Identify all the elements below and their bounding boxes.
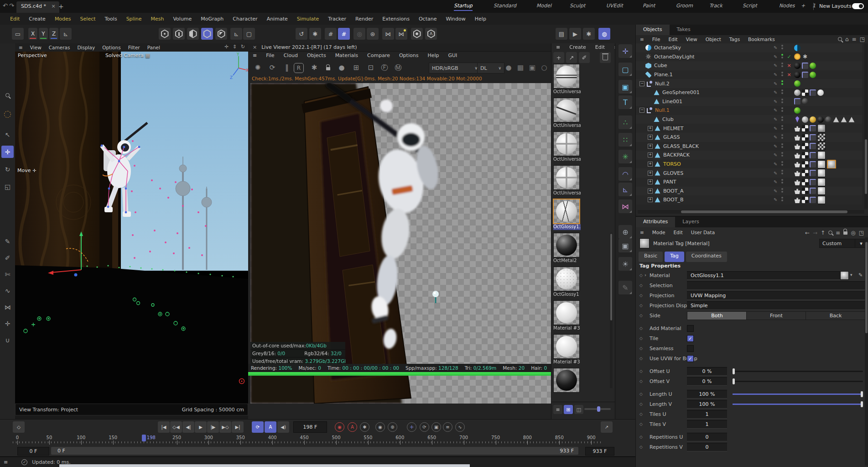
record-keyframe-button[interactable]: ◉ <box>335 422 344 432</box>
edit-enable-icon[interactable]: ✎ <box>774 152 777 157</box>
lv-menu-file[interactable]: File <box>261 52 279 58</box>
tree-row-geosphere001[interactable]: GeoSphere001✎ <box>636 88 862 97</box>
pla-button[interactable]: ∿ <box>455 422 465 432</box>
length-u-slider[interactable] <box>733 394 863 395</box>
tag-thumb2[interactable] <box>817 142 826 150</box>
autokey-button[interactable]: A <box>348 422 357 432</box>
tree-row-plane.1[interactable]: Plane.1✎× <box>636 70 862 79</box>
om-menu-file[interactable]: File <box>648 37 665 42</box>
visibility-dots[interactable] <box>781 143 784 149</box>
add-material-icon[interactable]: + <box>553 52 564 63</box>
sky-st-icon[interactable]: ⊕ <box>619 225 632 239</box>
expander-icon[interactable]: + <box>648 197 653 202</box>
layout-tab-nodes[interactable]: Nodes <box>779 3 795 9</box>
scale-tool-icon[interactable]: ◱ <box>1 180 14 193</box>
offset-u-value[interactable]: 0 % <box>687 367 727 376</box>
trash-icon[interactable] <box>600 52 611 63</box>
protect-pencil-icon[interactable]: ✎ <box>619 281 632 294</box>
offset-v-value[interactable]: 0 % <box>687 377 727 386</box>
object-tree-hscrollbar[interactable] <box>638 210 864 214</box>
capture-viewport-icon[interactable]: ▭ <box>12 28 24 40</box>
expander-icon[interactable]: + <box>648 135 653 140</box>
tag-lock[interactable] <box>794 134 800 141</box>
menu-edit[interactable]: Edit <box>5 16 24 22</box>
z-axis-button[interactable]: Z <box>49 28 58 40</box>
menu-tools[interactable]: Tools <box>100 16 122 22</box>
tag-thumb3[interactable] <box>817 169 826 177</box>
uturn-icon[interactable]: ↺ <box>296 28 307 40</box>
add-layout-button[interactable]: + <box>801 3 805 9</box>
tag-phong[interactable] <box>810 179 816 185</box>
rings-icon[interactable]: ◎ <box>353 28 365 40</box>
lock-resolution-icon[interactable] <box>322 62 334 73</box>
layout-tab-groom[interactable]: Groom <box>676 3 693 9</box>
material-item[interactable]: OctUniversa <box>553 165 581 196</box>
material-menu-edit[interactable]: Edit <box>591 44 609 50</box>
menu-render[interactable]: Render <box>351 16 378 22</box>
camera-label[interactable]: Solved Camera ▦ <box>105 52 150 58</box>
viewport-menu-display[interactable]: Display <box>73 45 99 50</box>
visibility-dots[interactable] <box>781 161 784 167</box>
menu-character[interactable]: Character <box>228 16 262 22</box>
tree-row-octanedaylight[interactable]: ☼OctaneDayLight✎✓✱ <box>636 52 862 62</box>
expand-icon[interactable]: › <box>645 273 646 278</box>
subtab-coordinates[interactable]: Coordinates <box>686 252 727 262</box>
mirror-icon[interactable]: ⋈ <box>619 199 632 213</box>
layout-tab-paint[interactable]: Paint <box>643 3 655 9</box>
tab-takes[interactable]: Takes <box>670 25 698 35</box>
menu-mograph[interactable]: MoGraph <box>196 16 228 22</box>
tag-phong[interactable] <box>810 170 816 176</box>
material-item[interactable]: OctGlossy1 <box>553 267 581 298</box>
restart-render-icon[interactable]: ⟳ <box>266 62 278 73</box>
tree-row-octanesky[interactable]: OctaneSky✎ <box>636 43 862 52</box>
tag-blackball[interactable] <box>794 63 800 69</box>
knife-tool-icon[interactable]: ✄ <box>1 268 14 280</box>
tag-tri[interactable] <box>833 116 839 123</box>
tag-greenball[interactable] <box>794 107 800 114</box>
visibility-dots[interactable] <box>781 99 784 104</box>
tag-ballgray[interactable] <box>802 116 808 123</box>
visibility-dots[interactable] <box>781 188 784 194</box>
viewport-menu-view[interactable]: View <box>26 45 45 50</box>
length-v-slider[interactable] <box>733 404 863 405</box>
select-arrow-icon[interactable]: ↖ <box>1 128 14 141</box>
attr-menu-user-data[interactable]: User Data <box>687 230 719 235</box>
generator-icon[interactable]: ✳ <box>619 150 632 163</box>
visibility-dots[interactable] <box>781 89 784 95</box>
tag-checker[interactable] <box>802 188 808 194</box>
menu-window[interactable]: Window <box>441 16 470 22</box>
layout-tab-standard[interactable]: Standard <box>494 3 516 9</box>
disabled-x-icon[interactable]: × <box>785 72 793 78</box>
filter-icon[interactable]: ≡ <box>836 230 840 236</box>
dolly-view-icon[interactable]: ⇕ <box>231 44 239 51</box>
coord-system-icon[interactable]: ⊾ <box>60 28 72 40</box>
axis-mode-icon[interactable] <box>215 28 227 40</box>
tag-skytag[interactable] <box>794 45 800 51</box>
edit-enable-icon[interactable]: ✎ <box>774 126 777 131</box>
tiles-u-field[interactable]: 1 <box>687 410 727 419</box>
menu-create[interactable]: Create <box>24 16 50 22</box>
octane-dialog-icon[interactable]: ◍ <box>598 28 610 40</box>
tag-checker[interactable] <box>802 170 808 176</box>
tag-thumb2[interactable] <box>817 133 826 142</box>
tag-thumb1[interactable] <box>817 124 826 132</box>
object-tree-vscrollbar[interactable] <box>864 43 868 209</box>
popout-icon[interactable]: ◳ <box>860 36 865 42</box>
lv-menu-cloud[interactable]: Cloud <box>279 52 302 58</box>
edit-enable-icon[interactable]: ✎ <box>774 135 777 140</box>
colorspace-dropdown[interactable]: HDR/sRGB∨ <box>429 63 481 73</box>
expander-icon[interactable]: − <box>639 108 645 113</box>
prev-frame-button[interactable]: ◀| <box>182 421 194 433</box>
tag-tri[interactable] <box>841 116 847 123</box>
projection-dropdown[interactable]: UVW Mapping▾ <box>687 291 868 300</box>
tag-thumb3[interactable] <box>817 178 826 186</box>
tag-greenball[interactable] <box>794 80 800 87</box>
light-st-icon[interactable]: ☀ <box>619 257 632 271</box>
tree-row-helmet[interactable]: +HELMET✎ <box>636 124 862 133</box>
material-size-slider[interactable] <box>584 408 611 410</box>
record-camera-button[interactable]: ▣ <box>431 422 441 432</box>
tag-thumb3[interactable] <box>817 151 826 159</box>
tag-gearS[interactable]: ✱ <box>802 53 808 60</box>
expander-icon[interactable]: − <box>639 81 645 86</box>
attr-menu-mode[interactable]: Mode <box>648 230 670 235</box>
